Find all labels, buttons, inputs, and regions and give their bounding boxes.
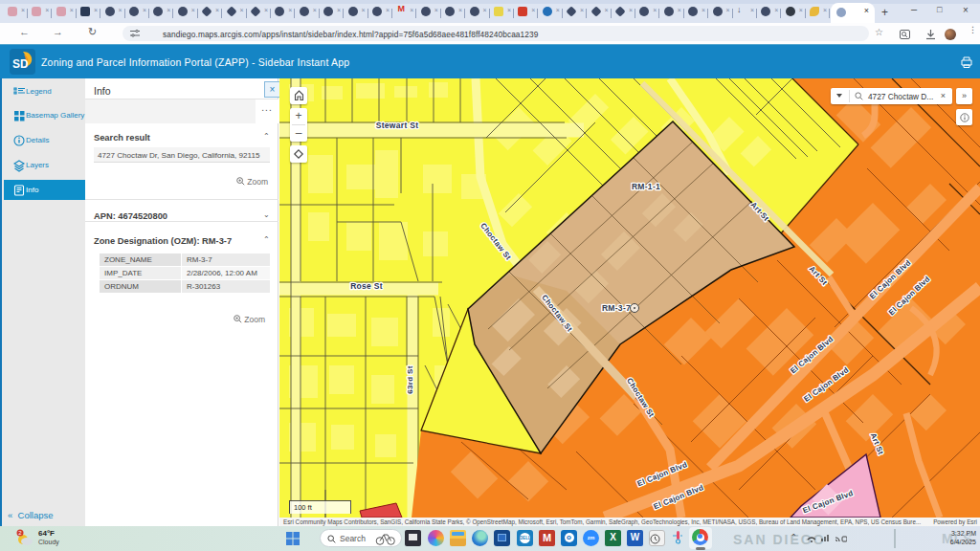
svg-text:Stewart St: Stewart St	[376, 121, 419, 130]
svg-text:SD: SD	[12, 57, 29, 71]
svg-text:63rd St: 63rd St	[406, 365, 414, 393]
svg-text:RM-3-7: RM-3-7	[602, 303, 631, 313]
svg-text:Rose St: Rose St	[350, 281, 383, 291]
svg-text:RM-1-1: RM-1-1	[632, 182, 660, 191]
